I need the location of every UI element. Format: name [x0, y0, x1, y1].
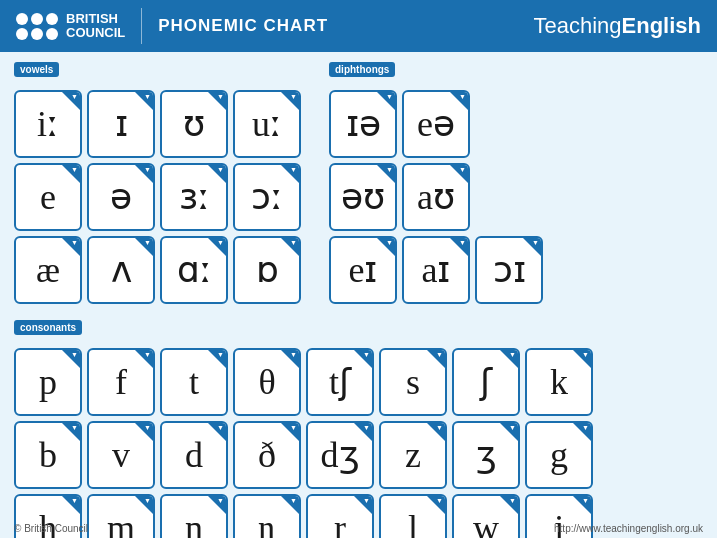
phoneme-card-v[interactable]: v — [87, 421, 155, 489]
phoneme-card-au[interactable]: aʊ — [402, 163, 470, 231]
bc-logo: BRITISHCOUNCIL — [16, 12, 125, 41]
phoneme-card-zh[interactable]: ʒ — [452, 421, 520, 489]
phoneme-card-ei[interactable]: eɪ — [329, 236, 397, 304]
website-url: http://www.teachingenglish.org.uk — [554, 523, 703, 534]
phoneme-symbol: dʒ — [321, 437, 360, 473]
phoneme-card-e[interactable]: e — [14, 163, 82, 231]
phoneme-card-uu[interactable]: uː — [233, 90, 301, 158]
phoneme-symbol: z — [405, 437, 421, 473]
phoneme-symbol: ɪ — [115, 106, 128, 142]
phoneme-card-3r[interactable]: ɜː — [160, 163, 228, 231]
phoneme-card-v[interactable]: ʌ — [87, 236, 155, 304]
phoneme-card-ai[interactable]: aɪ — [402, 236, 470, 304]
phoneme-card-dz[interactable]: dʒ — [306, 421, 374, 489]
bc-dot — [31, 28, 43, 40]
consonants-label: consonants — [14, 320, 82, 335]
phoneme-symbol: f — [115, 364, 127, 400]
phoneme-card-f[interactable]: f — [87, 348, 155, 416]
phoneme-symbol: tʃ — [329, 364, 351, 400]
phoneme-card-ii[interactable]: iː — [14, 90, 82, 158]
phoneme-card-ar[interactable]: ɑː — [160, 236, 228, 304]
phoneme-card-or[interactable]: ɔː — [233, 163, 301, 231]
phoneme-symbol: p — [39, 364, 57, 400]
phoneme-symbol: eɪ — [349, 252, 378, 288]
bc-dots-grid — [16, 13, 58, 40]
bc-dot — [46, 28, 58, 40]
phoneme-card-b[interactable]: b — [14, 421, 82, 489]
phoneme-card-g[interactable]: g — [525, 421, 593, 489]
consonants-block: consonants p f t θ tʃ s ʃ k b v d ð dʒ z… — [14, 320, 703, 538]
vowels-block: vowels iː ɪ ʊ uː e ə ɜː ɔː æ ʌ ɑː — [14, 62, 301, 304]
phoneme-symbol: θ — [258, 364, 275, 400]
bc-dot — [31, 13, 43, 25]
bc-dot — [46, 13, 58, 25]
phoneme-symbol: ɔː — [251, 179, 283, 215]
bc-brand-text: BRITISHCOUNCIL — [66, 12, 125, 41]
phoneme-card-d[interactable]: d — [160, 421, 228, 489]
consonants-row-2: b v d ð dʒ z ʒ g — [14, 421, 703, 489]
phoneme-card-th[interactable]: θ — [233, 348, 301, 416]
diphthongs-label: diphthongs — [329, 62, 395, 77]
phoneme-symbol: ʃ — [480, 364, 492, 400]
phoneme-symbol: s — [406, 364, 420, 400]
phoneme-symbol: iː — [37, 106, 59, 142]
phoneme-symbol: ɑː — [177, 252, 212, 288]
phoneme-card-ae[interactable]: æ — [14, 236, 82, 304]
page-title: PHONEMIC CHART — [158, 16, 533, 36]
consonants-row-1: p f t θ tʃ s ʃ k — [14, 348, 703, 416]
vowels-label: vowels — [14, 62, 59, 77]
diphthongs-row-1: ɪə eə — [329, 90, 543, 158]
header: BRITISHCOUNCIL PHONEMIC CHART TeachingEn… — [0, 0, 717, 52]
phoneme-symbol: v — [112, 437, 130, 473]
phoneme-card-ea[interactable]: eə — [402, 90, 470, 158]
main-content: vowels iː ɪ ʊ uː e ə ɜː ɔː æ ʌ ɑː — [0, 52, 717, 538]
phoneme-symbol: ɪə — [346, 106, 381, 142]
phoneme-symbol: ɔɪ — [493, 252, 526, 288]
teaching-english-logo: TeachingEnglish — [533, 13, 701, 39]
top-section: vowels iː ɪ ʊ uː e ə ɜː ɔː æ ʌ ɑː — [14, 62, 703, 304]
phoneme-card-o[interactable]: ɒ — [233, 236, 301, 304]
phoneme-symbol: ʒ — [476, 437, 497, 473]
copyright-text: © British Council — [14, 523, 88, 534]
phoneme-symbol: g — [550, 437, 568, 473]
footer: © British Council http://www.teachingeng… — [14, 523, 703, 534]
phoneme-symbol: ɜː — [179, 179, 210, 215]
phoneme-symbol: e — [40, 179, 56, 215]
phoneme-symbol: ʊ — [183, 106, 205, 142]
consonants-label-row: consonants — [14, 320, 703, 341]
phoneme-card-ia[interactable]: ɪə — [329, 90, 397, 158]
phoneme-card-oi[interactable]: ɔɪ — [475, 236, 543, 304]
diphthongs-block: diphthongs ɪə eə əʊ aʊ eɪ aɪ ɔɪ — [329, 62, 543, 304]
phoneme-card-k[interactable]: k — [525, 348, 593, 416]
phoneme-symbol: æ — [36, 252, 60, 288]
phoneme-symbol: b — [39, 437, 57, 473]
phoneme-card-p[interactable]: p — [14, 348, 82, 416]
phoneme-card-schwa[interactable]: ə — [87, 163, 155, 231]
vowels-row-2: e ə ɜː ɔː — [14, 163, 301, 231]
diphthongs-row-2: əʊ aʊ — [329, 163, 543, 231]
vowels-label-row: vowels — [14, 62, 301, 83]
phoneme-card-sh[interactable]: ʃ — [452, 348, 520, 416]
phoneme-symbol: eə — [417, 106, 455, 142]
bc-dot — [16, 13, 28, 25]
phoneme-symbol: ɒ — [256, 252, 279, 288]
phoneme-card-dh[interactable]: ð — [233, 421, 301, 489]
phoneme-card-ou[interactable]: əʊ — [329, 163, 397, 231]
content-area: vowels iː ɪ ʊ uː e ə ɜː ɔː æ ʌ ɑː — [14, 62, 703, 538]
bc-dot — [16, 28, 28, 40]
phoneme-symbol: aʊ — [417, 179, 455, 215]
phoneme-card-t[interactable]: t — [160, 348, 228, 416]
phoneme-symbol: t — [189, 364, 199, 400]
diphthongs-row-3: eɪ aɪ ɔɪ — [329, 236, 543, 304]
phoneme-card-i[interactable]: ɪ — [87, 90, 155, 158]
phoneme-card-ch[interactable]: tʃ — [306, 348, 374, 416]
phoneme-symbol: uː — [252, 106, 282, 142]
phoneme-symbol: əʊ — [341, 179, 385, 215]
phoneme-symbol: ð — [258, 437, 276, 473]
diphthongs-label-row: diphthongs — [329, 62, 543, 83]
phoneme-card-z[interactable]: z — [379, 421, 447, 489]
phoneme-card-u[interactable]: ʊ — [160, 90, 228, 158]
vowels-row-1: iː ɪ ʊ uː — [14, 90, 301, 158]
phoneme-symbol: ə — [110, 179, 132, 215]
phoneme-card-s[interactable]: s — [379, 348, 447, 416]
